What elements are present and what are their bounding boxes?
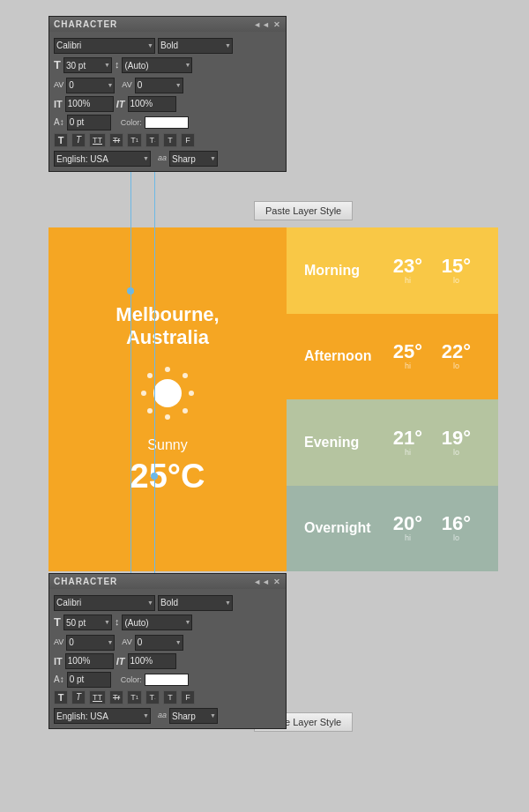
paste-layer-style-button-top[interactable]: Paste Layer Style [254,201,353,220]
format-T7-bottom[interactable]: T [163,690,177,704]
lang-select-bottom[interactable]: English: USA [54,708,151,724]
format-row-top: T T TT Tr T1 T. T F [54,133,281,147]
period-evening: Evening [304,435,384,451]
format-T1-top[interactable]: T [54,133,68,147]
weather-right-panel: Morning 23° hi 15° lo Afternoon 25° hi 2… [287,227,498,571]
panel-body-bottom: Calibri Bold T 50 pt ↕ (Auto) [49,589,286,728]
scale-h-input-top[interactable] [65,96,114,112]
color-label-bottom: Color: [121,675,142,684]
format-Tsup-bottom[interactable]: T1 [127,690,142,704]
panel-title-top: CHARACTER [54,19,117,29]
panel-collapse-icon[interactable]: ◄◄ [253,20,271,29]
leading-select-bottom[interactable]: (Auto) [122,615,192,630]
svg-point-3 [183,408,188,413]
tracking-select-top[interactable]: 0 [135,78,183,93]
lang-row-bottom: English: USA aa Sharp [54,707,281,725]
scalev-icon-bottom: IT [116,656,125,667]
character-panel-bottom: CHARACTER ◄◄ ✕ Calibri Bold T 5 [48,573,287,729]
baseline-icon-top: A↕ [54,117,64,127]
temp-afternoon-hi: 25° hi [384,342,432,370]
guide-dot-2 [151,473,158,480]
leading-icon-top: ↕ [115,59,120,70]
baseline-icon-bottom: A↕ [54,674,64,684]
format-F-top[interactable]: F [181,133,195,147]
tracking-icon-bottom: AV [122,637,131,646]
format-Tsub-bottom[interactable]: T. [145,690,160,704]
scalev-icon-top: IT [116,99,125,109]
format-F-bottom[interactable]: F [181,690,195,704]
leading-select-top[interactable]: (Auto) [122,57,192,73]
period-morning: Morning [304,263,384,279]
weather-row-afternoon: Afternoon 25° hi 22° lo [287,314,498,400]
temp-morning-hi: 23° hi [384,257,432,285]
baseline-input-bottom[interactable] [67,672,111,688]
format-Tr-bottom[interactable]: Tr [109,690,123,704]
sharp-select-bottom[interactable]: Sharp [169,708,218,724]
lang-select-wrapper-bottom: English: USA [54,707,151,725]
svg-point-0 [165,367,170,372]
scale-h-input-bottom[interactable] [65,653,114,669]
aa-label-bottom: aa [158,711,167,719]
baseline-input-top[interactable] [67,115,111,130]
sharp-select-wrapper-top: Sharp [169,150,218,168]
leading-select-wrapper-top: (Auto) [122,56,192,74]
weather-row-morning: Morning 23° hi 15° lo [287,227,498,314]
style-select-bottom[interactable]: Bold [158,595,233,611]
format-Tsub-top[interactable]: T. [145,133,160,147]
format-Tsup-top[interactable]: T1 [127,133,142,147]
size-select-bottom[interactable]: 50 pt [63,615,112,630]
format-TT-bottom[interactable]: TT [89,690,106,704]
font-select-bottom[interactable]: Calibri [54,595,155,611]
lang-select-top[interactable]: English: USA [54,151,151,167]
font-select-wrapper-bottom: Calibri [54,593,155,611]
sharp-select-top[interactable]: Sharp [169,151,218,167]
scale-row-bottom: IT IT [54,653,281,669]
format-T1-bottom[interactable]: T [54,690,68,704]
temp-evening-lo: 19° lo [432,428,481,457]
scale-v-input-top[interactable] [128,96,176,112]
weather-temp: 25°C [130,458,205,495]
scale-v-input-bottom[interactable] [128,653,176,669]
svg-point-8 [153,379,182,407]
panel-collapse-icon-bottom[interactable]: ◄◄ [253,577,271,586]
panel-titlebar-icons-bottom: ◄◄ ✕ [253,577,281,586]
svg-point-5 [147,408,153,413]
guide-dot-1 [127,287,134,294]
tracking-select-wrapper-bottom: 0 [135,633,183,651]
color-swatch-bottom[interactable] [145,674,189,686]
weather-widget: Melbourne,Australia Sunny 25°C Morning [48,227,498,571]
kerning-select-top[interactable]: 0 [66,78,115,93]
format-T7-top[interactable]: T [163,133,177,147]
format-Tr-top[interactable]: Tr [109,133,123,147]
lang-select-wrapper-top: English: USA [54,150,151,168]
size-row-bottom: T 50 pt ↕ (Auto) [54,614,281,631]
panel-body-top: Calibri Bold T 30 pt ↕ (Auto) [49,32,286,171]
weather-left-panel: Melbourne,Australia Sunny 25°C [48,227,287,571]
font-select-wrapper-top: Calibri [54,36,155,54]
tracking-select-wrapper-top: 0 [135,76,183,93]
format-T2-bottom[interactable]: T [71,690,86,704]
temp-overnight-lo: 16° lo [432,514,481,542]
scale-row-top: IT IT [54,96,281,112]
temp-morning-lo: 15° lo [432,257,481,285]
size-select-top[interactable]: 30 pt [63,57,112,73]
panel-titlebar-icons-top: ◄◄ ✕ [253,20,281,29]
size-icon-top: T [54,58,61,71]
font-row-top: Calibri Bold [54,36,281,54]
font-select-top[interactable]: Calibri [54,38,155,54]
panel-close-icon-bottom[interactable]: ✕ [273,577,281,586]
font-row-bottom: Calibri Bold [54,593,281,611]
leading-select-wrapper-bottom: (Auto) [122,614,192,631]
style-select-top[interactable]: Bold [158,38,233,54]
format-TT-top[interactable]: TT [89,133,106,147]
panel-close-icon[interactable]: ✕ [273,20,281,29]
temp-evening-hi: 21° hi [384,428,432,457]
scaleh-icon-top: IT [54,99,63,109]
period-afternoon: Afternoon [304,348,384,364]
tracking-select-bottom[interactable]: 0 [135,635,183,651]
kerning-select-bottom[interactable]: 0 [66,635,115,651]
color-swatch-top[interactable] [145,116,189,129]
kerning-row-bottom: AV 0 AV 0 [54,633,281,651]
kerning-icon-bottom: AV [54,637,63,646]
format-T2-top[interactable]: T [71,133,86,147]
